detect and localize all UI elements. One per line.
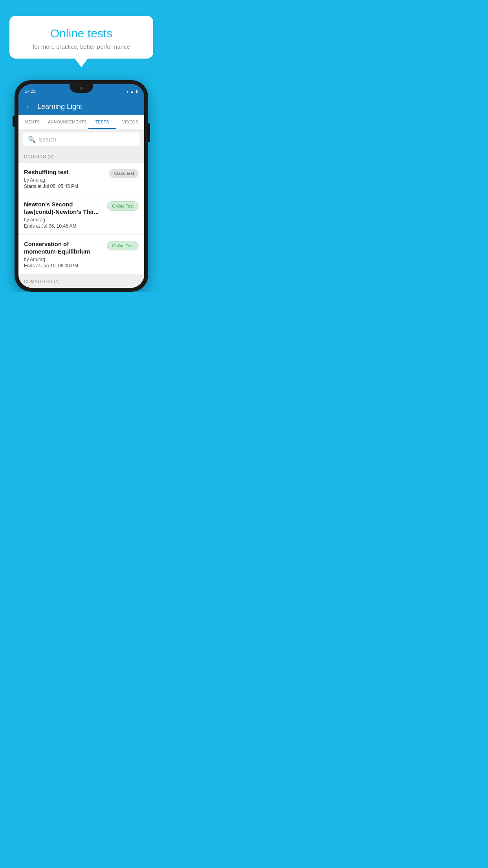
status-time: 14:29 (25, 89, 36, 94)
test-time: Ends at Jun 10, 06:00 PM (24, 263, 103, 268)
phone-outer: 14:29 ▾ ▲ ▮ ← Learning Light MENTS (15, 80, 148, 292)
tab-videos[interactable]: VIDEOS (116, 115, 144, 129)
tab-ments[interactable]: MENTS (18, 115, 46, 129)
completed-label: COMPLETED (1) (24, 279, 60, 284)
search-icon: 🔍 (28, 136, 36, 143)
test-badge: Class Test (109, 169, 139, 178)
test-badge: Online Test (107, 241, 139, 250)
test-author: by Anurag (24, 257, 103, 262)
phone-screen: 14:29 ▾ ▲ ▮ ← Learning Light MENTS (18, 84, 144, 288)
search-placeholder: Search (39, 136, 56, 143)
back-button[interactable]: ← (25, 102, 33, 111)
test-name: Reshuffling test (24, 168, 105, 176)
test-time: Ends at Jul 06, 10:45 AM (24, 223, 103, 229)
test-name: Newton's Second law(contd)-Newton's Thir… (24, 200, 103, 216)
test-list: Reshuffling test by Anurag Starts at Jul… (18, 163, 144, 274)
wifi-icon: ▾ (127, 89, 128, 94)
test-info: Conservation of momentum-Equilibrium by … (24, 240, 103, 268)
test-item[interactable]: Reshuffling test by Anurag Starts at Jul… (18, 163, 144, 195)
test-item[interactable]: Newton's Second law(contd)-Newton's Thir… (18, 195, 144, 235)
app-header: ← Learning Light (18, 98, 144, 115)
app-title: Learning Light (37, 103, 82, 111)
bubble-subtitle: for more practice, better performance (21, 43, 141, 50)
ongoing-label: ONGOING (3) (24, 154, 53, 159)
phone-container: 14:29 ▾ ▲ ▮ ← Learning Light MENTS (15, 80, 148, 292)
signal-icon: ▲ (130, 89, 134, 94)
test-item[interactable]: Conservation of momentum-Equilibrium by … (18, 235, 144, 274)
test-name: Conservation of momentum-Equilibrium (24, 240, 103, 256)
battery-icon: ▮ (136, 89, 138, 94)
status-bar: 14:29 ▾ ▲ ▮ (18, 84, 144, 98)
test-info: Newton's Second law(contd)-Newton's Thir… (24, 200, 103, 229)
test-time: Starts at Jul 05, 05:45 PM (24, 184, 105, 189)
bubble-title: Online tests (21, 27, 141, 40)
tabs-bar: MENTS ANNOUNCEMENTS TESTS VIDEOS (18, 115, 144, 129)
search-box[interactable]: 🔍 Search (23, 132, 139, 146)
camera (80, 87, 83, 90)
search-area: 🔍 Search (18, 129, 144, 149)
completed-section-header: COMPLETED (1) (18, 274, 144, 288)
test-author: by Anurag (24, 217, 103, 223)
speech-bubble: Online tests for more practice, better p… (9, 16, 153, 59)
test-badge: Online Test (107, 201, 139, 211)
test-info: Reshuffling test by Anurag Starts at Jul… (24, 168, 105, 189)
status-icons: ▾ ▲ ▮ (127, 89, 138, 94)
tab-announcements[interactable]: ANNOUNCEMENTS (46, 115, 88, 129)
speech-bubble-area: Online tests for more practice, better p… (0, 0, 163, 59)
tab-tests[interactable]: TESTS (88, 115, 116, 129)
notch (70, 84, 93, 93)
test-author: by Anurag (24, 177, 105, 183)
ongoing-section-header: ONGOING (3) (18, 149, 144, 163)
